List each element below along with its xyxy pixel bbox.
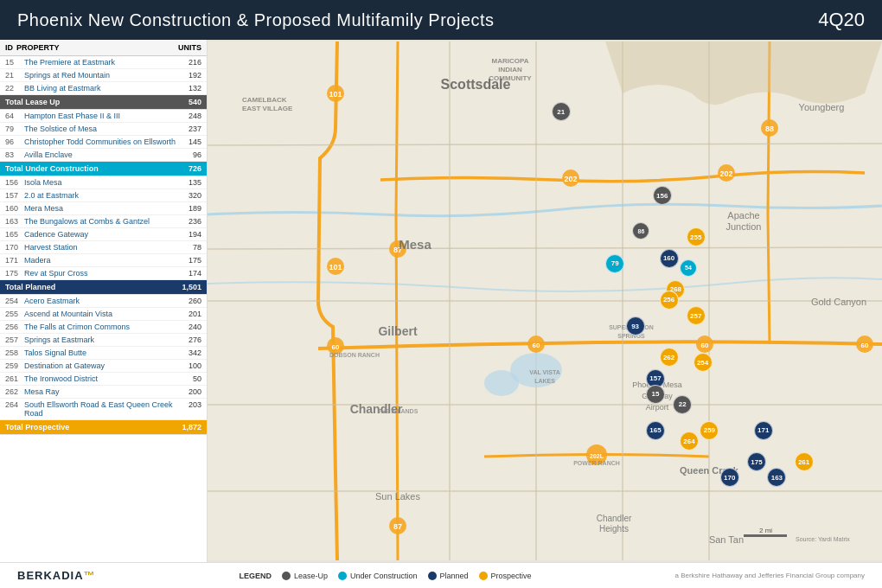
svg-text:202: 202	[719, 169, 732, 178]
svg-text:Airport: Airport	[646, 403, 669, 412]
svg-text:LAKES: LAKES	[534, 378, 555, 384]
table-row: 96 Christopher Todd Communities on Ellsw…	[0, 136, 207, 149]
map-pin-15[interactable]: 15	[646, 385, 665, 404]
under-construction-section: 64 Hampton East Phase II & III 248 79 Th…	[0, 110, 207, 176]
legend-prospective: Prospective	[479, 572, 532, 580]
svg-rect-66	[744, 534, 787, 537]
map-pin-175[interactable]: 175	[747, 452, 766, 471]
map-pin-165[interactable]: 165	[646, 421, 665, 440]
table-row: 257 Springs at Eastmark 276	[0, 334, 207, 347]
svg-text:Gilbert: Gilbert	[378, 324, 417, 338]
header: Phoenix New Construction & Proposed Mult…	[0, 0, 882, 40]
svg-text:Gold Canyon: Gold Canyon	[811, 297, 866, 307]
svg-text:60: 60	[332, 343, 340, 351]
prospective-legend-label: Prospective	[491, 572, 532, 580]
svg-text:Youngberg: Youngberg	[799, 102, 845, 112]
table-row: 258 Talos Signal Butte 342	[0, 347, 207, 360]
app: Phoenix New Construction & Proposed Mult…	[0, 0, 882, 588]
legend: LEGEND Lease-Up Under Construction Plann…	[239, 572, 531, 580]
planned-legend-label: Planned	[440, 572, 469, 580]
under-legend-label: Under Construction	[350, 572, 418, 580]
col-units: UNITS	[178, 43, 201, 52]
svg-text:COMMUNITY: COMMUNITY	[489, 74, 532, 82]
table-row: 163 The Bungalows at Combs & Gantzel 236	[0, 215, 207, 228]
map-pin-156[interactable]: 156	[653, 186, 672, 205]
table-row: 264 South Ellsworth Road & East Queen Cr…	[0, 399, 207, 420]
svg-text:88: 88	[765, 125, 774, 133]
map-pin-262[interactable]: 262	[660, 348, 679, 367]
table-row: 175 Rev at Spur Cross 174	[0, 267, 207, 280]
svg-text:101: 101	[329, 263, 342, 272]
svg-text:2 mi: 2 mi	[759, 527, 772, 534]
legend-lease-up: Lease-Up	[282, 572, 328, 580]
map-pin-170[interactable]: 170	[720, 468, 739, 487]
svg-text:Apache: Apache	[727, 210, 759, 220]
table-row: 15 The Premiere at Eastmark 216	[0, 56, 207, 69]
lease-up-legend-label: Lease-Up	[294, 572, 328, 580]
svg-text:MARICOPA: MARICOPA	[492, 57, 529, 65]
svg-text:Mesa: Mesa	[399, 237, 431, 252]
lease-up-dot	[282, 572, 291, 580]
table-header: ID PROPERTY UNITS	[0, 40, 207, 56]
table-row: 79 The Solstice of Mesa 237	[0, 123, 207, 136]
table-row: 170 Harvest Station 78	[0, 241, 207, 254]
table-row: 254 Acero Eastmark 260	[0, 295, 207, 308]
map-pin-256[interactable]: 256	[660, 291, 679, 310]
svg-text:INDIAN: INDIAN	[498, 66, 522, 74]
legend-label: LEGEND	[239, 572, 272, 580]
svg-text:DOBSON RANCH: DOBSON RANCH	[329, 352, 380, 358]
table-row: 83 Avilla Enclave 96	[0, 149, 207, 162]
table-row: 21 Springs at Red Mountain 192	[0, 69, 207, 82]
map-pin-160[interactable]: 160	[660, 249, 679, 268]
svg-text:Sun Lakes: Sun Lakes	[375, 491, 420, 502]
svg-text:Chandler: Chandler	[597, 514, 632, 523]
table-row: 262 Mesa Ray 200	[0, 386, 207, 399]
map: 101 101 202 202 60 60 60 60	[208, 40, 882, 562]
table-row: 165 Cadence Gateway 194	[0, 228, 207, 241]
planned-dot	[428, 572, 437, 580]
map-pin-264[interactable]: 264	[680, 431, 699, 451]
svg-text:60: 60	[861, 342, 869, 349]
svg-text:Source: Yardi Matrix: Source: Yardi Matrix	[796, 536, 850, 542]
map-pin-261[interactable]: 261	[795, 452, 814, 471]
svg-text:CAMELBACK: CAMELBACK	[242, 96, 287, 104]
svg-text:87: 87	[393, 522, 402, 531]
svg-text:202: 202	[564, 175, 577, 183]
berkadia-logo: BERKADIA™	[17, 569, 96, 582]
legend-planned: Planned	[428, 572, 469, 580]
map-pin-54[interactable]: 54	[680, 259, 697, 277]
svg-text:101: 101	[329, 90, 342, 99]
table-row: 261 The Ironwood District 50	[0, 373, 207, 386]
map-pin-79[interactable]: 79	[605, 254, 624, 273]
total-planned-row: Total Planned 1,501	[0, 280, 207, 294]
svg-text:VAL VISTA: VAL VISTA	[529, 369, 559, 375]
quarter-label: 4Q20	[818, 9, 865, 31]
map-pin-257[interactable]: 257	[687, 306, 706, 325]
total-prospective-row: Total Prospective 1,872	[0, 420, 207, 434]
prospective-section: 254 Acero Eastmark 260 255 Ascend at Mou…	[0, 295, 207, 435]
svg-text:60: 60	[533, 342, 540, 349]
svg-text:EAST VILLAGE: EAST VILLAGE	[242, 105, 293, 112]
svg-text:San Tan: San Tan	[709, 534, 744, 545]
legend-under: Under Construction	[338, 572, 418, 580]
footer-tagline: a Berkshire Hathaway and Jefferies Finan…	[674, 572, 865, 579]
svg-text:Junction: Junction	[726, 221, 762, 232]
table-row: 259 Destination at Gateway 100	[0, 360, 207, 373]
map-pin-254[interactable]: 254	[693, 353, 713, 372]
table-row: 255 Ascend at Mountain Vista 201	[0, 308, 207, 321]
map-pin-171[interactable]: 171	[754, 421, 773, 440]
table-row: 156 Isola Mesa 135	[0, 176, 207, 189]
page-title: Phoenix New Construction & Proposed Mult…	[17, 10, 495, 30]
table-row: 171 Madera 175	[0, 254, 207, 267]
total-under-row: Total Under Construction 726	[0, 162, 207, 176]
main-content: ID PROPERTY UNITS 15 The Premiere at Eas…	[0, 40, 882, 562]
svg-text:THE ISLANDS: THE ISLANDS	[378, 408, 419, 414]
map-pin-93[interactable]: 93	[626, 316, 645, 336]
sidebar: ID PROPERTY UNITS 15 The Premiere at Eas…	[0, 40, 208, 562]
svg-text:Heights: Heights	[599, 524, 629, 534]
table-row: 160 Mera Mesa 189	[0, 202, 207, 215]
total-lease-up-row: Total Lease Up 540	[0, 95, 207, 109]
svg-point-12	[484, 370, 519, 396]
map-pin-22[interactable]: 22	[673, 395, 692, 414]
lease-up-section: 15 The Premiere at Eastmark 216 21 Sprin…	[0, 56, 207, 110]
